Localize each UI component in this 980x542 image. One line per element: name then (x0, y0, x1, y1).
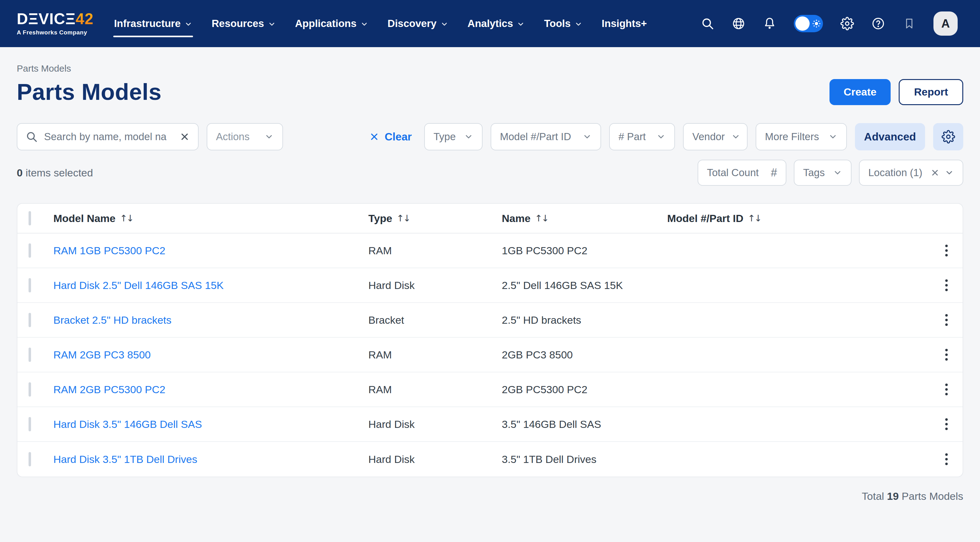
type-cell: Hard Disk (368, 279, 502, 292)
total-suffix: Parts Models (902, 490, 963, 502)
chevron-down-icon (185, 20, 192, 28)
nav-item-tools[interactable]: Tools (544, 0, 582, 47)
user-avatar[interactable]: A (934, 11, 958, 36)
table-settings-button[interactable] (933, 123, 963, 151)
row-checkbox[interactable] (29, 278, 31, 292)
table-row: RAM 2GB PC3 8500 RAM 2GB PC3 8500 (18, 338, 963, 372)
globe-icon[interactable] (732, 17, 745, 30)
table-header-row: Model Name↑↓ Type↑↓ Name↑↓ Model #/Part … (18, 204, 963, 233)
model-name-link[interactable]: Hard Disk 3.5" 1TB Dell Drives (53, 453, 197, 465)
nav-item-label: Analytics (468, 17, 513, 30)
nav-item-infrastructure[interactable]: Infrastructure (114, 0, 192, 47)
chevron-down-icon (945, 168, 954, 177)
row-checkbox[interactable] (29, 452, 31, 466)
create-button[interactable]: Create (829, 79, 891, 105)
column-header-name: Name (502, 212, 531, 225)
type-filter-dropdown[interactable]: Type (424, 123, 482, 151)
chevron-down-icon (360, 20, 368, 28)
sort-icon[interactable]: ↑↓ (120, 213, 133, 223)
table-row: RAM 1GB PC5300 PC2 RAM 1GB PC5300 PC2 (18, 233, 963, 268)
chevron-down-icon (264, 132, 274, 141)
sort-icon[interactable]: ↑↓ (535, 213, 548, 223)
bookmark-icon[interactable] (902, 17, 916, 30)
part-count-filter-dropdown[interactable]: # Part (609, 123, 675, 151)
device42-logo[interactable]: DΞVICΞ42 A Freshworks Company (17, 11, 94, 36)
clear-filters-button[interactable]: Clear (369, 130, 412, 143)
search-input[interactable] (43, 130, 174, 143)
nav-item-insights-plus[interactable]: Insights+ (602, 0, 647, 47)
vendor-filter-dropdown[interactable]: Vendor (683, 123, 748, 151)
bell-icon[interactable] (763, 17, 776, 30)
logo-text-device: DΞVICΞ (17, 10, 76, 28)
filter-label: Model #/Part ID (500, 131, 571, 143)
toggle-knob (795, 16, 810, 31)
subfilter-row: 0 items selected Total Count# Tags Locat… (17, 160, 963, 186)
model-name-link[interactable]: Bracket 2.5" HD brackets (53, 314, 172, 326)
row-actions-kebab-icon[interactable] (942, 380, 951, 399)
report-button[interactable]: Report (899, 79, 963, 105)
tags-filter-dropdown[interactable]: Tags (794, 160, 851, 186)
model-name-link[interactable]: Hard Disk 3.5" 146GB Dell SAS (53, 418, 202, 430)
row-checkbox[interactable] (29, 243, 31, 258)
nav-item-analytics[interactable]: Analytics (468, 0, 525, 47)
model-name-link[interactable]: Hard Disk 2.5" Dell 146GB SAS 15K (53, 279, 224, 292)
table-row: Hard Disk 3.5" 146GB Dell SAS Hard Disk … (18, 407, 963, 442)
title-actions: Create Report (829, 79, 963, 105)
type-cell: RAM (368, 384, 502, 396)
help-icon[interactable] (872, 17, 885, 30)
row-actions-kebab-icon[interactable] (942, 311, 951, 330)
table-row: Hard Disk 2.5" Dell 146GB SAS 15K Hard D… (18, 268, 963, 303)
chevron-down-icon (582, 132, 592, 141)
row-actions-kebab-icon[interactable] (942, 450, 951, 469)
total-prefix: Total (862, 490, 884, 502)
sort-icon[interactable]: ↑↓ (748, 213, 761, 223)
gear-icon[interactable] (840, 17, 854, 30)
model-name-link[interactable]: RAM 2GB PC5300 PC2 (53, 384, 165, 396)
name-cell: 2.5" HD brackets (502, 314, 667, 326)
filter-label: Location (1) (868, 167, 922, 179)
row-actions-kebab-icon[interactable] (942, 241, 951, 260)
filter-label: Vendor (692, 131, 725, 143)
table-row: RAM 2GB PC5300 PC2 RAM 2GB PC5300 PC2 (18, 372, 963, 407)
row-checkbox[interactable] (29, 313, 31, 327)
row-checkbox[interactable] (29, 347, 31, 362)
hash-icon: # (771, 166, 777, 179)
parts-models-table: Model Name↑↓ Type↑↓ Name↑↓ Model #/Part … (17, 203, 963, 477)
quick-filters: Total Count# Tags Location (1) (698, 160, 963, 186)
model-name-link[interactable]: RAM 2GB PC3 8500 (53, 349, 151, 361)
sort-icon[interactable]: ↑↓ (396, 213, 410, 223)
type-cell: Hard Disk (368, 418, 502, 430)
advanced-button[interactable]: Advanced (855, 123, 925, 151)
theme-toggle[interactable] (794, 15, 823, 32)
search-icon[interactable] (701, 17, 714, 30)
name-cell: 1GB PC5300 PC2 (502, 245, 667, 257)
row-checkbox[interactable] (29, 417, 31, 431)
actions-dropdown[interactable]: Actions (207, 123, 283, 151)
model-part-id-filter-dropdown[interactable]: Model #/Part ID (491, 123, 601, 151)
select-all-checkbox[interactable] (29, 211, 31, 225)
nav-item-resources[interactable]: Resources (212, 0, 276, 47)
row-actions-kebab-icon[interactable] (942, 345, 951, 365)
chevron-down-icon (574, 20, 582, 28)
more-filters-dropdown[interactable]: More Filters (756, 123, 847, 151)
nav-item-discovery[interactable]: Discovery (388, 0, 449, 47)
main-menu: Infrastructure Resources Applications Di… (114, 0, 647, 47)
remove-location-filter-icon[interactable] (930, 168, 940, 177)
location-filter-dropdown[interactable]: Location (1) (859, 160, 963, 186)
table-row: Bracket 2.5" HD brackets Bracket 2.5" HD… (18, 303, 963, 338)
row-checkbox[interactable] (29, 382, 31, 396)
nav-item-applications[interactable]: Applications (295, 0, 368, 47)
total-count-filter[interactable]: Total Count# (698, 160, 786, 186)
actions-label: Actions (216, 131, 250, 143)
breadcrumb[interactable]: Parts Models (17, 63, 71, 74)
row-actions-kebab-icon[interactable] (942, 415, 951, 434)
gear-icon (942, 130, 955, 144)
selection-count-label: items selected (25, 167, 93, 179)
logo-text-42: 42 (76, 10, 94, 28)
type-cell: RAM (368, 245, 502, 257)
clear-search-icon[interactable] (179, 132, 190, 142)
row-actions-kebab-icon[interactable] (942, 276, 951, 295)
model-name-link[interactable]: RAM 1GB PC5300 PC2 (53, 245, 165, 257)
type-cell: Hard Disk (368, 453, 502, 465)
x-icon (369, 132, 380, 142)
